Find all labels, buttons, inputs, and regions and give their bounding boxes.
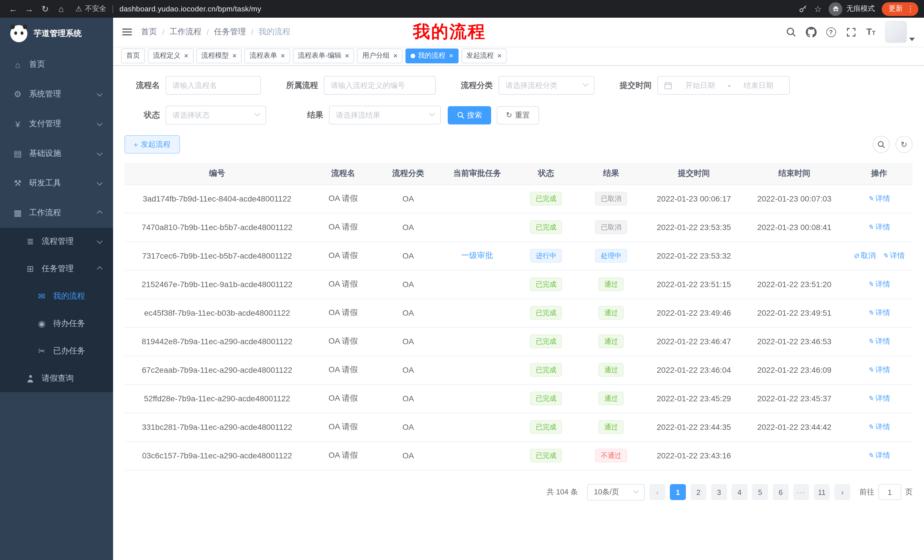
action-detail[interactable]: ✎详情: [868, 308, 890, 318]
goto-page-input[interactable]: [878, 484, 901, 500]
action-detail[interactable]: ✎详情: [868, 365, 890, 375]
reset-button[interactable]: ↻ 重置: [497, 106, 539, 124]
tab-my-process[interactable]: 我的流程×: [405, 48, 458, 63]
process-definition-input[interactable]: [324, 76, 436, 95]
sidebar-item-label: 已办任务: [53, 346, 85, 356]
tab-process-form-edit[interactable]: 流程表单-编辑×: [293, 48, 354, 63]
page-button-3[interactable]: 3: [711, 484, 727, 500]
workflow-icon: ▦: [13, 208, 23, 218]
sidebar-item-task-mgmt[interactable]: ⊞任务管理: [0, 255, 113, 283]
action-label: 详情: [876, 222, 890, 232]
sidebar-item-leave-query[interactable]: 请假查询: [0, 365, 113, 392]
sidebar-item-workflow[interactable]: ▦工作流程: [0, 198, 113, 228]
action-cancel[interactable]: ⊘取消: [854, 251, 876, 261]
action-detail[interactable]: ✎详情: [868, 222, 890, 232]
app-logo-row[interactable]: 芋道管理系统: [0, 18, 113, 49]
prev-page-button[interactable]: ‹: [650, 484, 665, 500]
tab-start-process[interactable]: 发起流程×: [461, 48, 507, 63]
close-icon[interactable]: ×: [497, 52, 501, 59]
close-icon[interactable]: ×: [449, 52, 453, 59]
action-detail[interactable]: ✎详情: [868, 451, 890, 461]
page-button-1[interactable]: 1: [670, 484, 686, 500]
action-detail[interactable]: ✎详情: [868, 422, 890, 432]
search-button[interactable]: 搜索: [448, 106, 491, 124]
navbar: 首页/工作流程/任务管理/我的流程 我的流程 ? TT: [113, 18, 924, 46]
page-button-2[interactable]: 2: [690, 484, 706, 500]
breadcrumb-item[interactable]: 首页: [141, 27, 157, 37]
cell-task: [440, 184, 514, 213]
fullscreen-icon[interactable]: [845, 26, 856, 38]
home-chrome-icon[interactable]: ⌂: [54, 1, 69, 16]
create-process-label: 发起流程: [141, 139, 171, 150]
page-button-4[interactable]: 4: [732, 484, 747, 500]
process-name-input[interactable]: [166, 76, 261, 95]
update-button[interactable]: 更新 ⋮: [882, 2, 918, 16]
tab-process-model[interactable]: 流程模型×: [196, 48, 242, 63]
font-size-icon[interactable]: TT: [865, 26, 877, 38]
page-button-11[interactable]: 11: [814, 484, 830, 500]
sidebar-item-process-mgmt[interactable]: ≣流程管理: [0, 228, 113, 255]
refresh-icon[interactable]: ↻: [38, 1, 52, 16]
sidebar-item-todo-tasks[interactable]: ◉待办任务: [0, 310, 113, 337]
user-menu[interactable]: [885, 21, 915, 43]
sidebar-item-my-process[interactable]: ✉我的流程: [0, 283, 113, 310]
browser-menu-icon[interactable]: ⋮: [907, 5, 914, 13]
tab-process-definition[interactable]: 流程定义×: [148, 48, 193, 63]
page-button-5[interactable]: 5: [752, 484, 768, 500]
edit-icon: ✎: [868, 309, 874, 317]
active-tab-dot: [411, 53, 415, 58]
sidebar-item-payment[interactable]: ¥支付管理: [0, 109, 113, 139]
sidebar-item-infrastructure[interactable]: ▤基础设施: [0, 139, 113, 168]
status-select[interactable]: 请选择状态: [166, 106, 266, 124]
date-range-picker[interactable]: 开始日期 - 结束日期: [657, 76, 790, 95]
column-header: 流程名: [310, 163, 377, 184]
help-icon[interactable]: ?: [825, 26, 837, 38]
cell-actions: ✎详情: [846, 441, 913, 470]
page-button-6[interactable]: 6: [772, 484, 789, 500]
pagination-more[interactable]: ···: [793, 484, 809, 500]
action-detail[interactable]: ✎详情: [868, 393, 890, 404]
bookmark-star-icon[interactable]: ☆: [814, 4, 822, 14]
sidebar-item-done-tasks[interactable]: ✂已办任务: [0, 337, 113, 365]
sidebar-item-home[interactable]: ⌂首页: [0, 49, 113, 79]
tab-process-form[interactable]: 流程表单×: [244, 48, 290, 63]
create-process-button[interactable]: + 发起流程: [124, 135, 180, 154]
tab-home[interactable]: 首页: [121, 48, 145, 63]
key-icon[interactable]: [798, 4, 807, 13]
cell-end-time: 2022-01-22 23:51:20: [743, 270, 846, 298]
avatar[interactable]: [885, 21, 907, 43]
action-label: 取消: [861, 251, 876, 261]
action-detail[interactable]: ✎详情: [868, 193, 890, 204]
refresh-table-button[interactable]: ↻: [896, 136, 913, 153]
breadcrumb-item[interactable]: 工作流程: [170, 27, 202, 37]
process-category-select[interactable]: 请选择流程分类: [498, 76, 594, 95]
security-chip[interactable]: ⚠ 不安全: [75, 4, 106, 14]
breadcrumb-item[interactable]: 任务管理: [214, 27, 246, 37]
cell-submit-time: 2022-01-22 23:49:46: [645, 298, 743, 327]
forward-icon[interactable]: →: [22, 1, 36, 16]
next-page-button[interactable]: ›: [834, 484, 850, 500]
result-select[interactable]: 请选择流结果: [329, 106, 441, 124]
submit-time-label: 提交时间: [608, 80, 652, 90]
close-icon[interactable]: ×: [345, 52, 349, 59]
back-icon[interactable]: ←: [6, 1, 21, 16]
toggle-search-button[interactable]: [873, 136, 890, 153]
action-detail[interactable]: ✎详情: [868, 279, 890, 289]
cell-submit-time: 2022-01-22 23:45:29: [645, 384, 743, 413]
page-size-select[interactable]: 10条/页: [587, 484, 645, 500]
close-icon[interactable]: ×: [280, 52, 285, 59]
close-icon[interactable]: ×: [393, 52, 398, 59]
sidebar-item-devtools[interactable]: ⚒研发工具: [0, 168, 113, 198]
edit-icon: ✎: [868, 223, 874, 231]
action-detail[interactable]: ✎详情: [868, 336, 890, 346]
tab-user-group[interactable]: 用户分组×: [357, 48, 403, 63]
github-icon[interactable]: [805, 26, 817, 38]
address-bar[interactable]: dashboard.yudao.iocoder.cn/bpm/task/my: [119, 4, 261, 13]
close-icon[interactable]: ×: [184, 52, 188, 59]
sidebar-item-system[interactable]: ⚙系统管理: [0, 79, 113, 109]
hamburger-icon[interactable]: [122, 28, 132, 35]
close-icon[interactable]: ×: [232, 52, 236, 59]
task-link[interactable]: 一级审批: [461, 251, 493, 260]
search-icon[interactable]: [785, 26, 796, 38]
action-detail[interactable]: ✎详情: [883, 251, 905, 261]
